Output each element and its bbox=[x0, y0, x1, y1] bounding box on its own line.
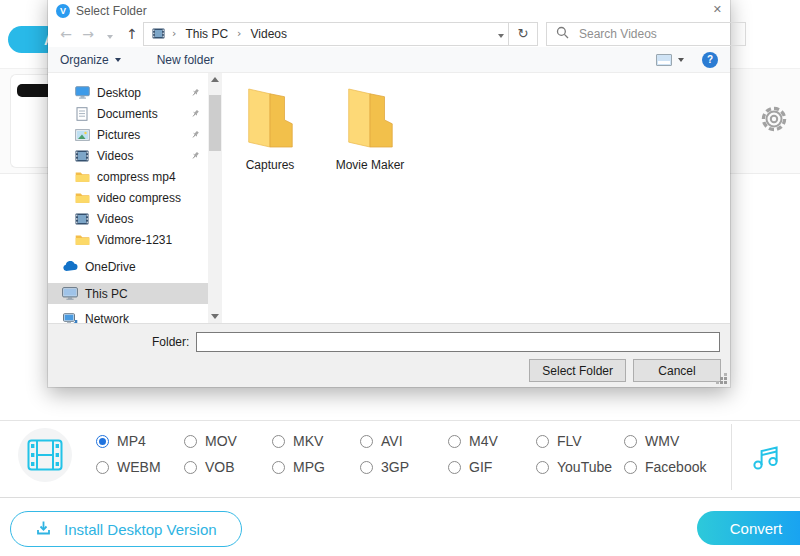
radio-icon bbox=[360, 461, 373, 474]
sidebar-item-documents[interactable]: Documents bbox=[48, 103, 208, 124]
format-radio-vob[interactable]: VOB bbox=[184, 459, 272, 475]
format-radio-gif[interactable]: GIF bbox=[448, 459, 536, 475]
chevron-down-icon bbox=[678, 58, 684, 62]
radio-icon bbox=[96, 461, 109, 474]
format-radio-3gp[interactable]: 3GP bbox=[360, 459, 448, 475]
sidebar-item-desktop[interactable]: Desktop bbox=[48, 82, 208, 103]
install-desktop-version-button[interactable]: Install Desktop Version bbox=[10, 511, 242, 547]
format-radio-flv[interactable]: FLV bbox=[536, 433, 624, 449]
sidebar-scrollbar[interactable] bbox=[208, 73, 222, 323]
picture-icon bbox=[74, 127, 90, 143]
sidebar-item-videos[interactable]: Videos bbox=[48, 145, 208, 166]
sidebar-item-video-compress[interactable]: video compress bbox=[48, 187, 208, 208]
up-icon[interactable]: ↑ bbox=[121, 26, 143, 42]
sidebar-item-network[interactable]: Network bbox=[48, 308, 208, 323]
video-icon bbox=[74, 148, 90, 164]
document-icon bbox=[74, 106, 90, 122]
formats-top-divider bbox=[0, 420, 800, 421]
sidebar-item-onedrive[interactable]: OneDrive bbox=[48, 256, 208, 277]
address-dropdown-icon[interactable] bbox=[498, 27, 504, 41]
search-box[interactable] bbox=[546, 22, 746, 46]
pin-icon bbox=[191, 149, 200, 163]
open-folder-icon bbox=[341, 86, 399, 150]
radio-icon bbox=[272, 435, 285, 448]
format-radio-avi[interactable]: AVI bbox=[360, 433, 448, 449]
scroll-up-icon[interactable] bbox=[211, 77, 219, 82]
format-radio-facebook[interactable]: Facebook bbox=[624, 459, 712, 475]
scroll-down-icon[interactable] bbox=[211, 314, 219, 319]
folder-movie-maker[interactable]: Movie Maker bbox=[324, 86, 416, 172]
refresh-icon[interactable]: ↻ bbox=[508, 22, 538, 46]
forward-icon[interactable]: → bbox=[77, 26, 99, 42]
video-icon bbox=[74, 211, 90, 227]
format-radio-wmv[interactable]: WMV bbox=[624, 433, 712, 449]
convert-button[interactable]: Convert bbox=[697, 511, 800, 545]
install-button-label: Install Desktop Version bbox=[64, 521, 217, 538]
format-radio-mpg[interactable]: MPG bbox=[272, 459, 360, 475]
sidebar-item-this-pc[interactable]: This PC bbox=[48, 283, 208, 304]
sidebar-item-pictures[interactable]: Pictures bbox=[48, 124, 208, 145]
radio-icon bbox=[624, 435, 637, 448]
radio-icon bbox=[448, 435, 461, 448]
download-icon bbox=[35, 520, 52, 539]
back-icon[interactable]: ← bbox=[55, 26, 77, 42]
organize-menu-button[interactable]: Organize bbox=[60, 53, 121, 67]
view-options-button[interactable] bbox=[656, 54, 684, 66]
breadcrumb-separator: › bbox=[166, 27, 182, 40]
radio-icon bbox=[448, 461, 461, 474]
dialog-footer: Folder: Select Folder Cancel bbox=[48, 323, 730, 387]
search-icon bbox=[556, 26, 569, 42]
chevron-down-icon bbox=[115, 58, 121, 62]
breadcrumb-this-pc[interactable]: This PC bbox=[182, 27, 231, 41]
format-radio-mkv[interactable]: MKV bbox=[272, 433, 360, 449]
close-icon[interactable]: ✕ bbox=[713, 3, 722, 16]
breadcrumb-separator: › bbox=[231, 27, 247, 40]
open-folder-icon bbox=[241, 86, 299, 150]
footer-divider bbox=[0, 497, 800, 498]
format-radio-mp4[interactable]: MP4 bbox=[96, 433, 184, 449]
search-input[interactable] bbox=[577, 26, 736, 42]
scrollbar-thumb[interactable] bbox=[209, 95, 221, 151]
new-folder-button[interactable]: New folder bbox=[157, 53, 214, 67]
folder-icon bbox=[74, 190, 90, 206]
app-icon: V bbox=[56, 4, 70, 18]
sidebar-item-videos-2[interactable]: Videos bbox=[48, 208, 208, 229]
music-note-icon[interactable] bbox=[746, 436, 786, 476]
output-format-options: MP4 MOV MKV AVI M4V FLV WMV WEBM VOB MPG… bbox=[96, 428, 712, 480]
recent-locations-icon[interactable] bbox=[99, 26, 121, 42]
dialog-body: Desktop Documents Pictures bbox=[48, 73, 730, 323]
pin-icon bbox=[191, 107, 200, 121]
sidebar-item-compress-mp4[interactable]: compress mp4 bbox=[48, 166, 208, 187]
resize-grip[interactable] bbox=[724, 381, 727, 384]
select-folder-button[interactable]: Select Folder bbox=[529, 359, 626, 382]
help-button[interactable]: ? bbox=[702, 52, 718, 68]
thumbnail-view-icon bbox=[656, 54, 672, 66]
radio-icon bbox=[272, 461, 285, 474]
radio-icon bbox=[184, 435, 197, 448]
folder-name-input[interactable] bbox=[196, 332, 720, 352]
cancel-button[interactable]: Cancel bbox=[633, 359, 721, 382]
sidebar-item-vidmore-1231[interactable]: Vidmore-1231 bbox=[48, 229, 208, 250]
network-icon bbox=[62, 311, 78, 324]
radio-icon bbox=[536, 435, 549, 448]
radio-icon bbox=[360, 435, 373, 448]
radio-icon bbox=[624, 461, 637, 474]
videos-location-icon bbox=[150, 26, 166, 42]
desktop-icon bbox=[74, 85, 90, 101]
gear-icon[interactable] bbox=[757, 102, 791, 136]
format-radio-webm[interactable]: WEBM bbox=[96, 459, 184, 475]
format-radio-youtube[interactable]: YouTube bbox=[536, 459, 624, 475]
format-radio-m4v[interactable]: M4V bbox=[448, 433, 536, 449]
convert-button-label: Convert bbox=[730, 520, 783, 537]
dialog-title: Select Folder bbox=[76, 4, 147, 18]
folder-field-label: Folder: bbox=[152, 335, 189, 349]
formats-vertical-divider bbox=[731, 424, 732, 490]
film-strip-icon bbox=[18, 428, 72, 482]
select-folder-dialog: V Select Folder ✕ ← → ↑ › This PC › Vide… bbox=[48, 0, 730, 387]
breadcrumb-videos[interactable]: Videos bbox=[248, 27, 290, 41]
folder-captures[interactable]: Captures bbox=[224, 86, 316, 172]
format-radio-mov[interactable]: MOV bbox=[184, 433, 272, 449]
pin-icon bbox=[191, 86, 200, 100]
address-bar[interactable]: › This PC › Videos bbox=[143, 22, 509, 46]
folder-contents-pane[interactable]: Captures Movie Maker bbox=[208, 73, 730, 323]
